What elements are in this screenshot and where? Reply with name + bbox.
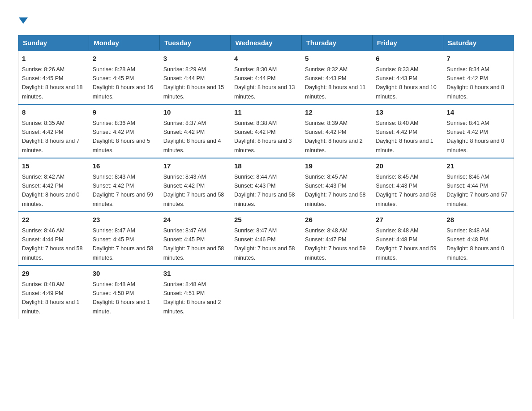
- day-number: 8: [22, 107, 86, 118]
- day-info: Sunrise: 8:40 AMSunset: 4:42 PMDaylight:…: [376, 120, 433, 154]
- day-info: Sunrise: 8:29 AMSunset: 4:44 PMDaylight:…: [163, 66, 224, 100]
- table-row: 15Sunrise: 8:42 AMSunset: 4:42 PMDayligh…: [18, 158, 89, 212]
- day-info: Sunrise: 8:44 AMSunset: 4:43 PMDaylight:…: [234, 174, 295, 207]
- day-number: 22: [22, 215, 86, 225]
- day-info: Sunrise: 8:46 AMSunset: 4:44 PMDaylight:…: [22, 227, 83, 261]
- day-number: 24: [163, 215, 227, 225]
- table-row: 3Sunrise: 8:29 AMSunset: 4:44 PMDaylight…: [160, 51, 231, 104]
- day-number: 30: [93, 269, 156, 279]
- col-sunday: Sunday: [18, 35, 89, 51]
- day-info: Sunrise: 8:47 AMSunset: 4:45 PMDaylight:…: [93, 227, 154, 261]
- day-info: Sunrise: 8:32 AMSunset: 4:43 PMDaylight:…: [305, 66, 366, 100]
- day-info: Sunrise: 8:34 AMSunset: 4:42 PMDaylight:…: [446, 66, 504, 100]
- logo-general-row: [18, 13, 28, 26]
- calendar-header: Sunday Monday Tuesday Wednesday Thursday…: [18, 35, 514, 51]
- day-info: Sunrise: 8:43 AMSunset: 4:42 PMDaylight:…: [93, 174, 154, 207]
- logo: [18, 13, 28, 26]
- table-row: 18Sunrise: 8:44 AMSunset: 4:43 PMDayligh…: [231, 158, 301, 212]
- table-row: 23Sunrise: 8:47 AMSunset: 4:45 PMDayligh…: [89, 212, 160, 265]
- day-number: 3: [163, 54, 227, 64]
- table-row: 11Sunrise: 8:38 AMSunset: 4:42 PMDayligh…: [231, 104, 301, 158]
- day-info: Sunrise: 8:47 AMSunset: 4:45 PMDaylight:…: [163, 227, 224, 261]
- day-info: Sunrise: 8:43 AMSunset: 4:42 PMDaylight:…: [163, 174, 224, 207]
- table-row: 24Sunrise: 8:47 AMSunset: 4:45 PMDayligh…: [160, 212, 231, 265]
- col-wednesday: Wednesday: [231, 35, 301, 51]
- day-info: Sunrise: 8:35 AMSunset: 4:42 PMDaylight:…: [22, 120, 80, 154]
- day-info: Sunrise: 8:48 AMSunset: 4:48 PMDaylight:…: [446, 227, 504, 261]
- col-friday: Friday: [372, 35, 443, 51]
- calendar-week-row: 15Sunrise: 8:42 AMSunset: 4:42 PMDayligh…: [18, 158, 514, 212]
- day-info: Sunrise: 8:37 AMSunset: 4:42 PMDaylight:…: [163, 120, 221, 154]
- day-number: 23: [93, 215, 156, 225]
- day-number: 25: [234, 215, 298, 225]
- day-info: Sunrise: 8:48 AMSunset: 4:49 PMDaylight:…: [22, 281, 80, 315]
- day-info: Sunrise: 8:48 AMSunset: 4:48 PMDaylight:…: [376, 227, 437, 261]
- day-info: Sunrise: 8:45 AMSunset: 4:43 PMDaylight:…: [376, 174, 437, 207]
- day-info: Sunrise: 8:30 AMSunset: 4:44 PMDaylight:…: [234, 66, 295, 100]
- day-info: Sunrise: 8:28 AMSunset: 4:45 PMDaylight:…: [93, 66, 154, 100]
- day-info: Sunrise: 8:42 AMSunset: 4:42 PMDaylight:…: [22, 174, 80, 207]
- day-info: Sunrise: 8:48 AMSunset: 4:50 PMDaylight:…: [93, 281, 150, 315]
- day-number: 16: [93, 161, 156, 171]
- day-number: 20: [376, 161, 439, 171]
- col-saturday: Saturday: [443, 35, 514, 51]
- table-row: 29Sunrise: 8:48 AMSunset: 4:49 PMDayligh…: [18, 265, 89, 319]
- logo-triangle-icon: [19, 17, 28, 24]
- day-number: 14: [446, 107, 510, 118]
- table-row: 28Sunrise: 8:48 AMSunset: 4:48 PMDayligh…: [443, 212, 514, 265]
- day-info: Sunrise: 8:45 AMSunset: 4:43 PMDaylight:…: [305, 174, 366, 207]
- table-row: 21Sunrise: 8:46 AMSunset: 4:44 PMDayligh…: [443, 158, 514, 212]
- day-info: Sunrise: 8:46 AMSunset: 4:44 PMDaylight:…: [446, 174, 507, 207]
- day-number: 7: [446, 54, 510, 64]
- table-row: 17Sunrise: 8:43 AMSunset: 4:42 PMDayligh…: [160, 158, 231, 212]
- day-number: 12: [305, 107, 369, 118]
- day-number: 29: [22, 269, 86, 279]
- day-number: 10: [163, 107, 227, 118]
- table-row: [231, 265, 301, 319]
- table-row: 13Sunrise: 8:40 AMSunset: 4:42 PMDayligh…: [372, 104, 443, 158]
- day-info: Sunrise: 8:39 AMSunset: 4:42 PMDaylight:…: [305, 120, 363, 154]
- calendar-week-row: 22Sunrise: 8:46 AMSunset: 4:44 PMDayligh…: [18, 212, 514, 265]
- table-row: 31Sunrise: 8:48 AMSunset: 4:51 PMDayligh…: [160, 265, 231, 319]
- calendar-week-row: 1Sunrise: 8:26 AMSunset: 4:45 PMDaylight…: [18, 51, 514, 104]
- table-row: [301, 265, 372, 319]
- table-row: [443, 265, 514, 319]
- table-row: 30Sunrise: 8:48 AMSunset: 4:50 PMDayligh…: [89, 265, 160, 319]
- day-number: 2: [93, 54, 156, 64]
- col-tuesday: Tuesday: [160, 35, 231, 51]
- calendar-body: 1Sunrise: 8:26 AMSunset: 4:45 PMDaylight…: [18, 51, 514, 319]
- table-row: 14Sunrise: 8:41 AMSunset: 4:42 PMDayligh…: [443, 104, 514, 158]
- day-number: 13: [376, 107, 439, 118]
- day-info: Sunrise: 8:36 AMSunset: 4:42 PMDaylight:…: [93, 120, 150, 154]
- day-info: Sunrise: 8:38 AMSunset: 4:42 PMDaylight:…: [234, 120, 292, 154]
- day-number: 1: [22, 54, 86, 64]
- day-number: 4: [234, 54, 298, 64]
- calendar-week-row: 29Sunrise: 8:48 AMSunset: 4:49 PMDayligh…: [18, 265, 514, 319]
- day-number: 6: [376, 54, 439, 64]
- table-row: 7Sunrise: 8:34 AMSunset: 4:42 PMDaylight…: [443, 51, 514, 104]
- day-number: 27: [376, 215, 439, 225]
- day-number: 28: [446, 215, 510, 225]
- table-row: 19Sunrise: 8:45 AMSunset: 4:43 PMDayligh…: [301, 158, 372, 212]
- day-number: 5: [305, 54, 369, 64]
- days-of-week-row: Sunday Monday Tuesday Wednesday Thursday…: [18, 35, 514, 51]
- day-info: Sunrise: 8:41 AMSunset: 4:42 PMDaylight:…: [446, 120, 504, 154]
- table-row: 22Sunrise: 8:46 AMSunset: 4:44 PMDayligh…: [18, 212, 89, 265]
- calendar-week-row: 8Sunrise: 8:35 AMSunset: 4:42 PMDaylight…: [18, 104, 514, 158]
- page-header: [18, 13, 514, 26]
- table-row: 27Sunrise: 8:48 AMSunset: 4:48 PMDayligh…: [372, 212, 443, 265]
- day-number: 11: [234, 107, 298, 118]
- calendar-table: Sunday Monday Tuesday Wednesday Thursday…: [18, 35, 514, 319]
- day-number: 17: [163, 161, 227, 171]
- table-row: 4Sunrise: 8:30 AMSunset: 4:44 PMDaylight…: [231, 51, 301, 104]
- day-number: 18: [234, 161, 298, 171]
- table-row: [372, 265, 443, 319]
- table-row: 5Sunrise: 8:32 AMSunset: 4:43 PMDaylight…: [301, 51, 372, 104]
- day-number: 15: [22, 161, 86, 171]
- table-row: 8Sunrise: 8:35 AMSunset: 4:42 PMDaylight…: [18, 104, 89, 158]
- day-number: 19: [305, 161, 369, 171]
- table-row: 1Sunrise: 8:26 AMSunset: 4:45 PMDaylight…: [18, 51, 89, 104]
- table-row: 6Sunrise: 8:33 AMSunset: 4:43 PMDaylight…: [372, 51, 443, 104]
- day-number: 31: [163, 269, 227, 279]
- table-row: 25Sunrise: 8:47 AMSunset: 4:46 PMDayligh…: [231, 212, 301, 265]
